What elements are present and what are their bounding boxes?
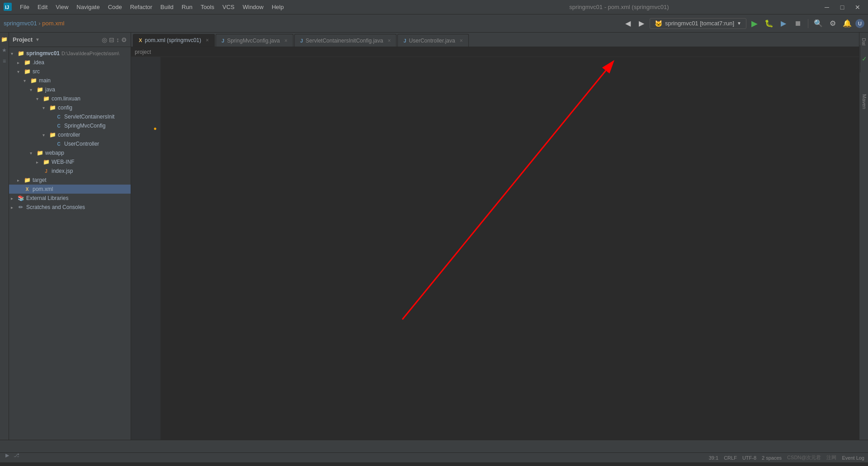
locate-file-button[interactable]: ◎ — [102, 36, 107, 43]
tree-item-target[interactable]: ▸📁target — [9, 176, 131, 185]
tree-label-ServletContainersInit: ServletContainersInit — [64, 114, 114, 120]
main-layout: 📁 ★ ≡ Project ▼ ◎ ⊟ ↕ ⚙ ▾📁springmvc01 D:… — [0, 33, 868, 440]
menu-navigate[interactable]: Navigate — [73, 2, 103, 12]
extra-info: CSDN@次元君 — [787, 454, 821, 461]
line-ending[interactable]: CRLF — [724, 455, 737, 461]
tree-label-java: java — [45, 86, 55, 93]
editor-gutter: ● — [151, 57, 160, 440]
debug-button[interactable]: 🐛 — [763, 17, 775, 30]
tree-item-ServletContainersInit[interactable]: CServletContainersInit — [9, 112, 131, 121]
project-panel-header: Project ▼ ◎ ⊟ ↕ ⚙ — [9, 33, 131, 47]
avatar[interactable]: U — [855, 19, 864, 28]
menu-edit[interactable]: Edit — [34, 2, 51, 12]
status-bar: ▶ ⎇ 39:1 CRLF UTF-8 2 spaces CSDN@次元君 注网… — [0, 452, 868, 462]
editor-tab-pom[interactable]: Xpom.xml (springmvc01)× — [133, 34, 215, 47]
settings-tree-button[interactable]: ⚙ — [121, 36, 127, 43]
tree-label-index.jsp: index.jsp — [52, 168, 73, 174]
code-editor[interactable] — [160, 57, 859, 440]
menu-refactor[interactable]: Refactor — [127, 2, 156, 12]
tab-close-usercontroller[interactable]: × — [460, 38, 463, 44]
event-log-button[interactable]: Event Log — [842, 455, 864, 461]
window-controls: ─ □ ✕ — [820, 3, 864, 12]
stop-button[interactable]: ⏹ — [792, 17, 804, 30]
tree-item-main[interactable]: ▾📁main — [9, 76, 131, 85]
validation-icon: ✓ — [860, 45, 868, 72]
tree-item-idea[interactable]: ▸📁.idea — [9, 58, 131, 67]
java-file-icon: J — [403, 38, 406, 43]
window-title: springmvc01 - pom.xml (springmvc01) — [418, 4, 820, 10]
editor-tab-servletconfig[interactable]: JServletContainersInitConfig.java× — [294, 34, 397, 47]
bookmark-marker: ● — [151, 125, 159, 132]
maximize-button[interactable]: □ — [835, 3, 849, 12]
cursor-position[interactable]: 39:1 — [709, 455, 718, 461]
project-panel-chevron[interactable]: ▼ — [35, 37, 40, 42]
tree-item-pom.xml[interactable]: Xpom.xml — [9, 185, 131, 194]
tree-item-External Libraries[interactable]: ▸📚External Libraries — [9, 194, 131, 203]
search-button[interactable]: 🔍 — [812, 17, 825, 30]
toolbar: springmvc01 › pom.xml ◀ ▶ 🐱 springmvc01 … — [0, 14, 868, 33]
tree-item-config[interactable]: ▾📁config — [9, 103, 131, 112]
project-panel-title: Project — [13, 36, 33, 43]
project-icon[interactable]: 📁 — [1, 36, 8, 43]
run-widget-icon[interactable]: ▶ — [4, 452, 11, 460]
tree-item-WEB-INF[interactable]: ▸📁WEB-INF — [9, 157, 131, 166]
forward-button[interactable]: ▶ — [635, 17, 648, 30]
tree-label-controller: controller — [58, 132, 80, 138]
tree-item-controller[interactable]: ▾📁controller — [9, 130, 131, 139]
menu-view[interactable]: View — [52, 2, 72, 12]
tree-label-webapp: webapp — [45, 150, 64, 156]
right-sidebar: Database ✓ Maven — [859, 33, 868, 440]
close-button[interactable]: ✕ — [851, 3, 864, 12]
tree-label-target: target — [33, 177, 47, 183]
tree-label-config: config — [58, 105, 72, 111]
tab-close-springmvcconfig[interactable]: × — [284, 38, 288, 44]
tab-close-servletconfig[interactable]: × — [387, 38, 391, 44]
tree-item-com.linxuan[interactable]: ▾📁com.linxuan — [9, 94, 131, 103]
sort-button[interactable]: ↕ — [116, 36, 119, 43]
indent-setting[interactable]: 2 spaces — [762, 455, 782, 461]
tree-label-SpringMvcConfig: SpringMvcConfig — [64, 123, 105, 129]
menu-run[interactable]: Run — [178, 2, 196, 12]
tree-label-com.linxuan: com.linxuan — [52, 95, 80, 102]
tree-item-src[interactable]: ▾📁src — [9, 67, 131, 76]
java-file-icon: J — [222, 38, 224, 43]
menu-file[interactable]: File — [16, 2, 33, 12]
line-numbers — [131, 57, 151, 440]
breadcrumb-project: springmvc01 › pom.xml — [4, 20, 64, 27]
editor-tab-springmvcconfig[interactable]: JSpringMvcConfig.java× — [216, 34, 293, 47]
structure-icon[interactable]: ≡ — [1, 58, 8, 65]
tomcat-icon: 🐱 — [655, 20, 662, 27]
menu-tools[interactable]: Tools — [197, 2, 218, 12]
menu-build[interactable]: Build — [157, 2, 177, 12]
menu-code[interactable]: Code — [104, 2, 126, 12]
menu-vcs[interactable]: VCS — [219, 2, 238, 12]
editor-breadcrumb: project — [131, 47, 859, 57]
tree-item-SpringMvcConfig[interactable]: CSpringMvcConfig — [9, 121, 131, 130]
tab-label-servletconfig: ServletContainersInitConfig.java — [306, 38, 383, 44]
menu-help[interactable]: Help — [268, 2, 288, 12]
tab-close-pom[interactable]: × — [206, 37, 209, 43]
collapse-all-button[interactable]: ⊟ — [109, 36, 114, 43]
left-sidebar-icons: 📁 ★ ≡ — [0, 33, 9, 440]
tree-item-UserController[interactable]: CUserController — [9, 139, 131, 148]
run-configuration-selector[interactable]: 🐱 springmvc01 [tomcat7:run] ▼ — [650, 18, 746, 29]
run-button[interactable]: ▶ — [748, 17, 761, 30]
menu-window[interactable]: Window — [239, 2, 267, 12]
bookmark-icon[interactable]: ★ — [1, 47, 8, 54]
maven-panel-label[interactable]: Maven — [861, 90, 868, 113]
file-encoding[interactable]: UTF-8 — [742, 455, 756, 461]
breadcrumb-text: project — [135, 49, 151, 55]
tree-item-webapp[interactable]: ▾📁webapp — [9, 148, 131, 157]
tree-item-root[interactable]: ▾📁springmvc01 D:\Java\IdeaProjects\ssm\ — [9, 49, 131, 58]
tree-item-java[interactable]: ▾📁java — [9, 85, 131, 94]
back-button[interactable]: ◀ — [622, 17, 634, 30]
notifications-button[interactable]: 🔔 — [841, 17, 854, 30]
minimize-button[interactable]: ─ — [820, 3, 834, 12]
coverage-button[interactable]: ▶ — [777, 17, 790, 30]
settings-button[interactable]: ⚙ — [826, 17, 839, 30]
vcs-icon[interactable]: ⎇ — [13, 452, 20, 460]
tree-item-index.jsp[interactable]: Jindex.jsp — [9, 166, 131, 176]
tree-item-Scratches[interactable]: ▸✏Scratches and Consoles — [9, 203, 131, 212]
editor-tab-usercontroller[interactable]: JUserController.java× — [397, 34, 468, 47]
project-panel: Project ▼ ◎ ⊟ ↕ ⚙ ▾📁springmvc01 D:\Java\… — [9, 33, 131, 440]
